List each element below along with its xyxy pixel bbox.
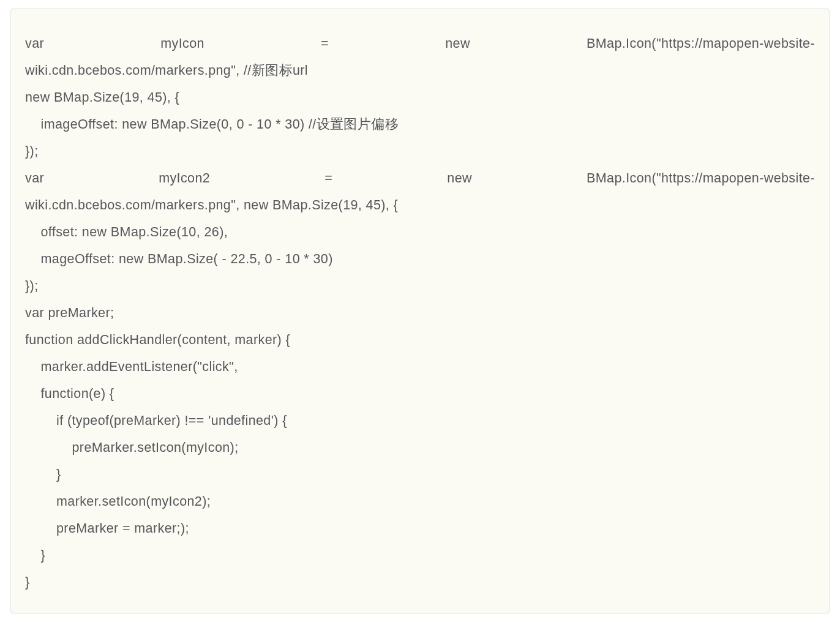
code-line: var preMarker; (25, 299, 815, 326)
code-line: imageOffset: new BMap.Size(0, 0 - 10 * 3… (25, 111, 815, 138)
code-line: if (typeof(preMarker) !== 'undefined') { (25, 407, 815, 434)
code-line: mageOffset: new BMap.Size( - 22.5, 0 - 1… (25, 245, 815, 272)
code-line: function addClickHandler(content, marker… (25, 326, 815, 353)
code-segment: = (324, 165, 332, 192)
code-line: wiki.cdn.bcebos.com/markers.png", new BM… (25, 192, 815, 219)
code-segment: = (321, 30, 329, 57)
code-segment: new (445, 30, 470, 57)
code-line: preMarker = marker;); (25, 515, 815, 542)
code-segment: myIcon (160, 30, 204, 57)
code-line: offset: new BMap.Size(10, 26), (25, 219, 815, 245)
code-line: marker.addEventListener("click", (25, 353, 815, 380)
code-segment: new (447, 165, 472, 192)
code-segment: var (25, 30, 44, 57)
code-line: } (25, 569, 815, 596)
code-line: } (25, 542, 815, 569)
code-line: varmyIcon2=newBMap.Icon("https://mapopen… (25, 165, 815, 192)
code-line: }); (25, 272, 815, 299)
code-segment: myIcon2 (159, 165, 210, 192)
code-segment: BMap.Icon("https://mapopen-website- (587, 30, 815, 57)
code-block: varmyIcon=newBMap.Icon("https://mapopen-… (10, 9, 830, 613)
code-line: function(e) { (25, 380, 815, 407)
code-segment: var (25, 165, 44, 192)
code-line: preMarker.setIcon(myIcon); (25, 434, 815, 461)
code-line: }); (25, 138, 815, 165)
code-line: } (25, 461, 815, 488)
code-line: new BMap.Size(19, 45), { (25, 84, 815, 111)
code-line: marker.setIcon(myIcon2); (25, 488, 815, 515)
code-segment: BMap.Icon("https://mapopen-website- (587, 165, 815, 192)
code-line: varmyIcon=newBMap.Icon("https://mapopen-… (25, 30, 815, 57)
code-line: wiki.cdn.bcebos.com/markers.png", //新图标u… (25, 57, 815, 84)
